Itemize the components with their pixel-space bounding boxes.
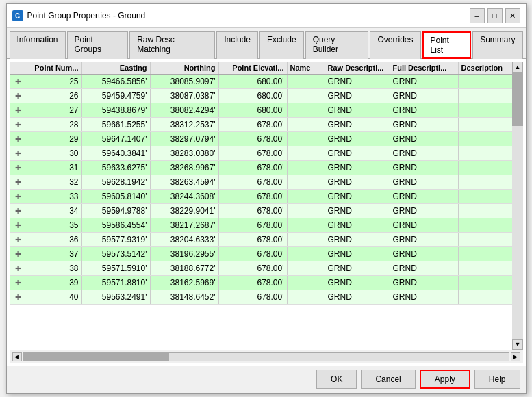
- scroll-right-button[interactable]: ▶: [511, 352, 520, 361]
- table-row[interactable]: ✚ 29 59647.1407' 38297.0794' 678.00' GRN…: [10, 132, 512, 146]
- h-scroll-track[interactable]: [23, 352, 509, 361]
- vertical-scrollbar[interactable]: ▲ ▼: [512, 62, 523, 350]
- table-row[interactable]: ✚ 35 59586.4554' 38217.2687' 678.00' GRN…: [10, 218, 512, 233]
- header-scroll-spacer: [505, 62, 511, 74]
- row-fulldesc: GRND: [390, 75, 459, 88]
- row-easting: 59571.5910': [82, 261, 151, 275]
- table-inner: Point Num... Easting Northing Point Elev…: [10, 62, 523, 350]
- row-num: 27: [27, 103, 82, 117]
- tab-point-groups[interactable]: Point Groups: [67, 31, 129, 59]
- row-northing: 38188.6772': [151, 261, 219, 275]
- row-desc: [459, 118, 512, 131]
- row-fulldesc: GRND: [390, 261, 459, 275]
- table-row[interactable]: ✚ 31 59633.6275' 38268.9967' 678.00' GRN…: [10, 161, 512, 175]
- row-easting: 59661.5255': [82, 118, 151, 131]
- table-row[interactable]: ✚ 30 59640.3841' 38283.0380' 678.00' GRN…: [10, 146, 512, 161]
- header-fulldesc: Full Descripti...: [390, 62, 459, 74]
- horizontal-scrollbar-row: ◀ ▶: [10, 350, 523, 363]
- table-row[interactable]: ✚ 26 59459.4759' 38087.0387' 680.00' GRN…: [10, 89, 512, 103]
- row-fulldesc: GRND: [390, 233, 459, 246]
- row-fulldesc: GRND: [390, 290, 459, 304]
- table-row[interactable]: ✚ 40 59563.2491' 38148.6452' 678.00' GRN…: [10, 290, 512, 305]
- row-northing: 38087.0387': [151, 89, 219, 103]
- h-scroll-thumb[interactable]: [24, 353, 169, 361]
- table-wrapper: Point Num... Easting Northing Point Elev…: [10, 62, 523, 363]
- rows-container: ✚ 25 59466.5856' 38085.9097' 680.00' GRN…: [10, 75, 512, 350]
- row-num: 39: [27, 276, 82, 290]
- table-row[interactable]: ✚ 38 59571.5910' 38188.6772' 678.00' GRN…: [10, 261, 512, 276]
- row-easting: 59577.9319': [82, 233, 151, 246]
- table-row[interactable]: ✚ 27 59438.8679' 38082.4294' 680.00' GRN…: [10, 103, 512, 118]
- row-rawdesc: GRND: [325, 276, 390, 290]
- tab-information[interactable]: Information: [10, 31, 66, 59]
- table-row[interactable]: ✚ 33 59605.8140' 38244.3608' 678.00' GRN…: [10, 190, 512, 204]
- row-icon: ✚: [10, 132, 27, 146]
- cancel-button[interactable]: Cancel: [361, 370, 415, 389]
- action-buttons-bar: OK Cancel Apply Help: [7, 366, 526, 393]
- scroll-left-button[interactable]: ◀: [12, 352, 22, 361]
- row-num: 38: [27, 261, 82, 275]
- row-elevation: 678.00': [219, 204, 288, 218]
- maximize-button[interactable]: □: [487, 8, 503, 23]
- row-num: 26: [27, 89, 82, 103]
- row-name: [288, 290, 325, 304]
- tab-exclude[interactable]: Exclude: [259, 31, 304, 59]
- row-northing: 38268.9967': [151, 161, 219, 175]
- row-fulldesc: GRND: [390, 103, 459, 117]
- row-rawdesc: GRND: [325, 103, 390, 117]
- close-button[interactable]: ✕: [505, 8, 520, 23]
- table-row[interactable]: ✚ 37 59573.5142' 38196.2955' 678.00' GRN…: [10, 247, 512, 261]
- table-row[interactable]: ✚ 28 59661.5255' 38312.2537' 678.00' GRN…: [10, 118, 512, 132]
- row-desc: [459, 247, 512, 261]
- minimize-button[interactable]: –: [470, 8, 485, 23]
- table-row[interactable]: ✚ 32 59628.1942' 38263.4594' 678.00' GRN…: [10, 175, 512, 190]
- row-fulldesc: GRND: [390, 204, 459, 218]
- tab-overrides[interactable]: Overrides: [370, 31, 420, 59]
- tab-summary[interactable]: Summary: [472, 31, 522, 59]
- row-icon: ✚: [10, 103, 27, 117]
- tab-include[interactable]: Include: [216, 31, 258, 59]
- tab-raw-desc-matching[interactable]: Raw Desc Matching: [129, 31, 215, 59]
- row-rawdesc: GRND: [325, 118, 390, 131]
- scroll-thumb[interactable]: [512, 73, 523, 126]
- row-rawdesc: GRND: [325, 132, 390, 146]
- row-name: [288, 247, 325, 261]
- row-rawdesc: GRND: [325, 233, 390, 246]
- row-fulldesc: GRND: [390, 218, 459, 232]
- scroll-track[interactable]: [512, 73, 523, 339]
- row-elevation: 678.00': [219, 146, 288, 160]
- window-title: Point Group Properties - Ground: [27, 11, 146, 21]
- tab-point-list[interactable]: Point List: [422, 31, 472, 59]
- row-name: [288, 190, 325, 203]
- row-num: 28: [27, 118, 82, 131]
- row-num: 31: [27, 161, 82, 175]
- header-elevation: Point Elevati...: [219, 62, 288, 74]
- table-row[interactable]: ✚ 36 59577.9319' 38204.6333' 678.00' GRN…: [10, 233, 512, 247]
- help-button[interactable]: Help: [474, 370, 520, 389]
- row-name: [288, 161, 325, 175]
- table-row[interactable]: ✚ 25 59466.5856' 38085.9097' 680.00' GRN…: [10, 75, 512, 89]
- row-elevation: 678.00': [219, 218, 288, 232]
- row-name: [288, 75, 325, 88]
- row-icon: ✚: [10, 146, 27, 160]
- row-rawdesc: GRND: [325, 190, 390, 203]
- ok-button[interactable]: OK: [316, 370, 357, 389]
- row-num: 29: [27, 132, 82, 146]
- apply-button[interactable]: Apply: [420, 370, 470, 389]
- row-name: [288, 175, 325, 189]
- row-northing: 38217.2687': [151, 218, 219, 232]
- scroll-up-button[interactable]: ▲: [512, 62, 523, 73]
- table-row[interactable]: ✚ 34 59594.9788' 38229.9041' 678.00' GRN…: [10, 204, 512, 218]
- scroll-down-button[interactable]: ▼: [512, 339, 523, 350]
- tab-query-builder[interactable]: Query Builder: [305, 31, 369, 59]
- row-fulldesc: GRND: [390, 175, 459, 189]
- content-area: Point Num... Easting Northing Point Elev…: [7, 59, 526, 366]
- row-fulldesc: GRND: [390, 146, 459, 160]
- row-num: 25: [27, 75, 82, 88]
- row-easting: 59647.1407': [82, 132, 151, 146]
- row-desc: [459, 103, 512, 117]
- row-rawdesc: GRND: [325, 75, 390, 88]
- table-row[interactable]: ✚ 39 59571.8810' 38162.5969' 678.00' GRN…: [10, 276, 512, 290]
- row-elevation: 680.00': [219, 103, 288, 117]
- row-name: [288, 218, 325, 232]
